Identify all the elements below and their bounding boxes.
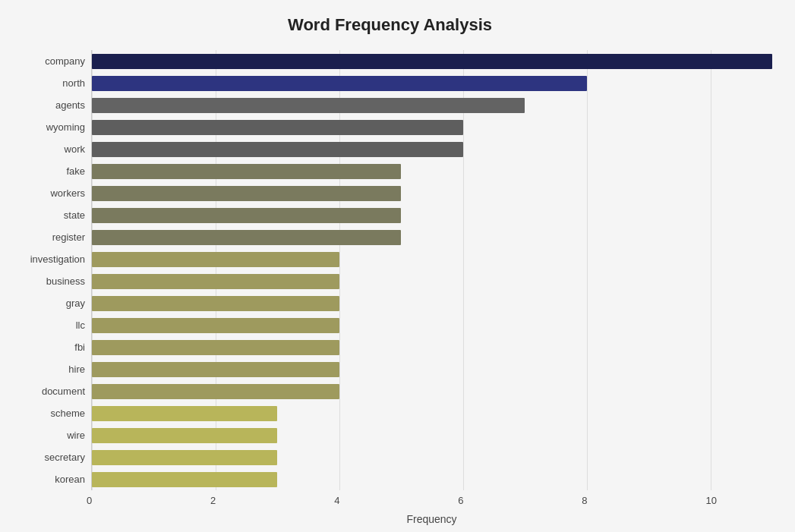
bar [92,76,587,91]
x-axis-title: Frequency [91,513,772,525]
bar-row [92,317,772,334]
bar [92,318,339,333]
y-label: company [45,56,85,66]
chart-title: Word Frequency Analysis [8,15,772,35]
bar [92,230,401,245]
y-label: secretary [45,452,85,462]
y-label: state [64,210,85,220]
bar [92,472,277,487]
y-labels: companynorthagentswyomingworkfakeworkers… [8,50,91,490]
bar-row [92,75,772,92]
bar-row [92,471,772,488]
y-label: scheme [50,408,85,418]
x-tick-label: 4 [334,495,339,506]
bar-row [92,251,772,268]
bar [92,274,339,289]
bar-row [92,141,772,158]
y-label: register [52,232,85,242]
x-tick-label: 0 [87,495,92,506]
grid-line [339,50,340,490]
y-label: agents [55,100,85,110]
y-label: wire [67,430,85,440]
y-label: korean [55,474,85,484]
bar [92,208,401,223]
grid-line [463,50,464,490]
bar [92,384,339,399]
grid-line [711,50,711,490]
bar [92,340,339,355]
bar [92,186,401,201]
bar [92,54,772,69]
bar-row [92,53,772,70]
y-label: business [46,276,85,286]
y-label: fbi [74,342,85,352]
bar [92,120,463,135]
y-label: investigation [30,254,85,264]
y-label: wyoming [46,122,85,132]
bar-row [92,163,772,180]
chart-container: Word Frequency Analysis companynorthagen… [0,0,795,532]
bar [92,362,339,377]
bar-row [92,405,772,422]
bar-row [92,361,772,378]
bar [92,406,277,421]
bar [92,164,401,179]
grid-line [92,50,93,490]
bar [92,142,463,157]
y-label: workers [50,188,85,198]
y-label: north [62,78,85,88]
grid-line [587,50,588,490]
bar-row [92,295,772,312]
y-label: document [42,386,85,396]
x-axis-labels: 0246810 [91,495,772,510]
chart-area: companynorthagentswyomingworkfakeworkers… [8,50,772,490]
bar [92,450,277,465]
x-tick-label: 2 [210,495,216,506]
x-tick-label: 6 [458,495,463,506]
bar-row [92,185,772,202]
bar-row [92,229,772,246]
x-tick-label: 10 [705,495,716,506]
bar [92,98,525,113]
y-label: hire [68,364,85,374]
bar [92,428,277,443]
y-label: work [65,144,85,154]
bar-row [92,383,772,400]
bar-row [92,119,772,136]
bars-area [91,50,772,490]
bar [92,252,339,267]
bar-row [92,273,772,290]
bar-row [92,207,772,224]
grid-line [216,50,216,490]
y-label: llc [76,320,85,330]
bar-row [92,427,772,444]
bar-row [92,339,772,356]
y-label: fake [66,166,85,176]
bar-row [92,97,772,114]
x-tick-label: 8 [582,495,587,506]
bar [92,296,339,311]
bar-row [92,449,772,466]
y-label: gray [66,298,85,308]
